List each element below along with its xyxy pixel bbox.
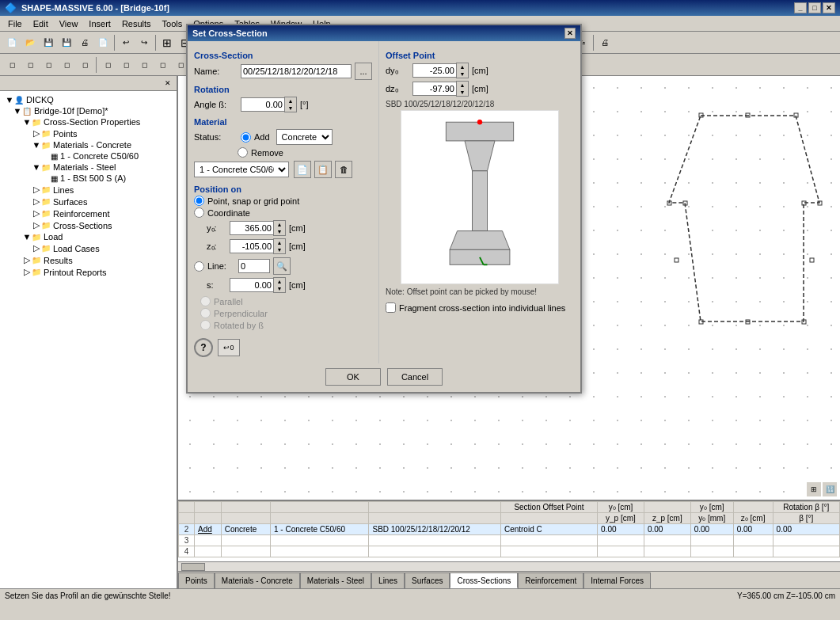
name-input[interactable] (241, 64, 352, 78)
dz0-input[interactable] (412, 82, 456, 96)
tb-new[interactable]: 📄 (3, 34, 21, 51)
tree-item-7[interactable]: ▷ 📁 Lines (3, 184, 173, 196)
expand-7[interactable]: ▷ (32, 184, 41, 195)
expand-2[interactable]: ▷ (32, 128, 41, 139)
dy0-up-btn[interactable]: ▲ (457, 63, 468, 70)
help-button[interactable]: ? (194, 338, 213, 357)
tree-item-14[interactable]: ▷ 📁 Printout Reports (3, 266, 173, 278)
tree-item-3[interactable]: ▼ 📁 Materials - Concrete (3, 139, 173, 150)
tree-item-5[interactable]: ▼ 📁 Materials - Steel (3, 162, 173, 173)
tb-print[interactable]: 🖨 (76, 34, 93, 51)
menu-insert[interactable]: Insert (84, 17, 116, 30)
expand-14[interactable]: ▷ (22, 267, 32, 277)
line-input[interactable] (238, 259, 270, 273)
dz0-down-btn[interactable]: ▼ (457, 89, 468, 96)
line-radio[interactable] (194, 261, 204, 272)
s-up-btn[interactable]: ▲ (274, 278, 285, 285)
h-scrollbar[interactable] (178, 561, 840, 571)
expand-8[interactable]: ▷ (32, 196, 41, 207)
menu-results[interactable]: Results (117, 17, 156, 30)
tb2-2[interactable]: ◻ (21, 56, 39, 74)
mat-btn2[interactable]: 📋 (314, 161, 332, 178)
cancel-button[interactable]: Cancel (387, 368, 443, 386)
tree-item-10[interactable]: ▷ 📁 Cross-Sections (3, 219, 173, 231)
mat-type-select[interactable]: Concrete (276, 129, 333, 145)
scrollbar-thumb[interactable] (181, 563, 205, 571)
expand-6[interactable] (41, 173, 51, 183)
tb2-8[interactable]: ◻ (135, 56, 153, 74)
expand-11[interactable]: ▼ (22, 232, 32, 242)
angle-up-btn[interactable]: ▲ (285, 97, 296, 105)
angle-down-btn[interactable]: ▼ (285, 105, 296, 112)
tb2-1[interactable]: ◻ (3, 56, 21, 74)
ok-button[interactable]: OK (325, 368, 381, 386)
tree-item-2[interactable]: ▷ 📁 Points (3, 127, 173, 139)
pos-option2-radio[interactable] (194, 207, 204, 218)
expand-9[interactable]: ▷ (32, 208, 41, 219)
dy0-input[interactable] (412, 63, 456, 78)
tb2-3[interactable]: ◻ (40, 56, 57, 74)
expand-3[interactable]: ▼ (32, 140, 41, 150)
tree-item-12[interactable]: ▷ 📁 Load Cases (3, 242, 173, 254)
y0-up-btn[interactable]: ▲ (274, 221, 285, 228)
fragment-checkbox[interactable] (386, 302, 396, 313)
tab-surfaces[interactable]: Surfaces (405, 572, 450, 588)
dialog-close-button[interactable]: ✕ (564, 28, 576, 39)
maximize-btn[interactable]: □ (808, 2, 821, 13)
tb-undo[interactable]: ↩ (117, 34, 135, 51)
expand-12[interactable]: ▷ (32, 243, 41, 253)
tb2-9[interactable]: ◻ (154, 56, 171, 74)
tb2-5[interactable]: ◻ (76, 56, 93, 74)
tab-points[interactable]: Points (178, 572, 215, 588)
tab-mat-steel[interactable]: Materials - Steel (300, 572, 371, 588)
row1-add[interactable]: Add (195, 524, 222, 535)
mat-value-select[interactable]: 1 - Concrete C50/60 (194, 162, 289, 177)
menu-tools[interactable]: Tools (158, 17, 188, 30)
tab-reinforcement[interactable]: Reinforcement (518, 572, 583, 588)
dy0-down-btn[interactable]: ▼ (457, 70, 468, 78)
remove-radio[interactable] (238, 147, 248, 158)
minimize-btn[interactable]: _ (794, 2, 807, 13)
tb2-7[interactable]: ◻ (117, 56, 135, 74)
reset-btn[interactable]: ↩0 (218, 339, 240, 356)
y0-down-btn[interactable]: ▼ (274, 228, 285, 235)
tb-save[interactable]: 💾 (40, 34, 57, 51)
tb2-6[interactable]: ◻ (99, 56, 116, 74)
tb2-4[interactable]: ◻ (58, 56, 75, 74)
z0-input[interactable] (230, 239, 273, 253)
expand-1[interactable]: ▼ (22, 117, 32, 127)
tb-print2[interactable]: 📄 (94, 34, 112, 51)
canvas-icon-1[interactable]: ⊞ (807, 482, 821, 496)
rotated-radio[interactable] (200, 320, 211, 330)
mat-btn3[interactable]: 🗑 (335, 161, 352, 178)
tb-save2[interactable]: 💾 (58, 34, 75, 51)
add-radio[interactable] (241, 132, 251, 143)
tab-mat-concrete[interactable]: Materials - Concrete (215, 572, 300, 588)
tree-item-0[interactable]: ▼ 📋 Bridge-10f [Demo]* (3, 105, 173, 116)
tree-root[interactable]: ▼ 👤 DICKQ (3, 94, 173, 105)
expand-10[interactable]: ▷ (32, 220, 41, 230)
parallel-radio[interactable] (200, 296, 211, 306)
z0-down-btn[interactable]: ▼ (274, 246, 285, 253)
perpendicular-radio[interactable] (200, 308, 211, 318)
s-input[interactable] (230, 278, 273, 292)
tree-item-4[interactable]: ▦ 1 - Concrete C50/60 (3, 150, 173, 162)
menu-edit[interactable]: Edit (29, 17, 53, 30)
tb-grid[interactable]: ⊞ (158, 34, 176, 51)
tab-lines[interactable]: Lines (371, 572, 405, 588)
panel-close-btn[interactable]: ✕ (162, 78, 173, 89)
mat-btn1[interactable]: 📄 (294, 161, 311, 178)
tree-item-13[interactable]: ▷ 📁 Results (3, 254, 173, 266)
tb-open[interactable]: 📂 (21, 34, 39, 51)
pos-option1-radio[interactable] (194, 196, 204, 206)
tb-redo[interactable]: ↪ (135, 34, 153, 51)
tree-item-6[interactable]: ▦ 1 - BSt 500 S (A) (3, 173, 173, 184)
tree-item-1[interactable]: ▼ 📁 Cross-Section Properties (3, 116, 173, 127)
expand-13[interactable]: ▷ (22, 255, 32, 265)
menu-file[interactable]: File (3, 17, 27, 30)
tb-print3[interactable]: 🖨 (596, 34, 614, 51)
expand-root[interactable]: ▼ (5, 95, 14, 105)
close-btn[interactable]: ✕ (823, 2, 835, 13)
tab-internal-forces[interactable]: Internal Forces (583, 572, 651, 588)
angle-input[interactable] (241, 97, 284, 112)
